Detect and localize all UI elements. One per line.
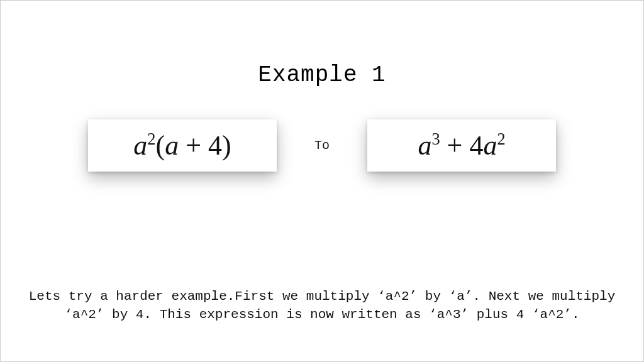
var-a-squared: a [483, 130, 497, 161]
paren-close: ) [222, 130, 231, 161]
plus-sign-2: + [440, 130, 470, 161]
expression-row: a2(a + 4) To a3 + 4a2 [1, 119, 643, 172]
var-a: a [133, 130, 147, 161]
paren-open: ( [156, 130, 165, 161]
page-title: Example 1 [1, 62, 643, 88]
inner-var-a: a [165, 130, 179, 161]
coefficient-4: 4 [469, 130, 483, 161]
constant-4: 4 [208, 130, 222, 161]
exponent-2: 2 [147, 129, 155, 148]
exponent-3: 3 [431, 129, 440, 148]
var-a-cubed: a [418, 130, 431, 161]
exponent-2b: 2 [497, 129, 505, 148]
left-expression-box: a2(a + 4) [88, 119, 277, 172]
connector-label: To [314, 138, 330, 153]
description-text: Lets try a harder example.First we multi… [13, 288, 631, 324]
plus-sign: + [179, 130, 208, 161]
right-expression-box: a3 + 4a2 [367, 119, 556, 172]
